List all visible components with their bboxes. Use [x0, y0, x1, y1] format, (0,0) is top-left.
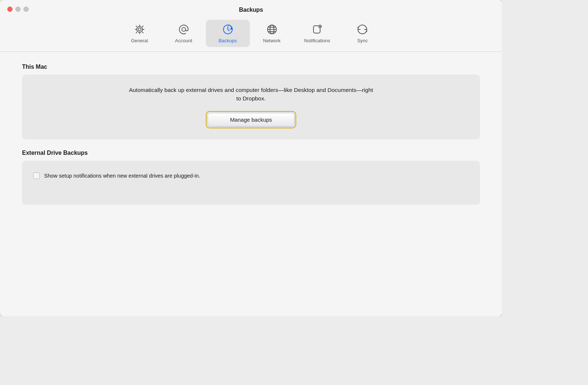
minimize-button[interactable]	[15, 7, 21, 12]
tab-network[interactable]: Network	[250, 20, 294, 47]
sync-icon	[356, 23, 369, 36]
maximize-button[interactable]	[24, 7, 29, 12]
title-bar: Backups	[0, 0, 502, 17]
app-window: Backups General Account	[0, 0, 502, 316]
this-mac-description: Automatically back up external drives an…	[126, 86, 376, 103]
toolbar: General Account Backups	[0, 17, 502, 47]
globe-icon	[265, 23, 279, 36]
tab-notifications-label: Notifications	[304, 38, 330, 43]
svg-point-10	[318, 25, 322, 28]
tab-backups[interactable]: Backups	[206, 20, 250, 47]
tab-sync[interactable]: Sync	[340, 20, 384, 47]
at-icon	[177, 23, 190, 36]
tab-account[interactable]: Account	[162, 20, 206, 47]
window-title: Backups	[239, 7, 263, 13]
tab-backups-label: Backups	[219, 38, 237, 43]
svg-point-1	[137, 26, 143, 32]
tab-sync-label: Sync	[357, 38, 368, 43]
external-drive-checkbox[interactable]	[33, 172, 40, 179]
this-mac-title: This Mac	[22, 64, 480, 70]
manage-backups-button[interactable]: Manage backups	[208, 113, 294, 126]
tab-notifications[interactable]: Notifications	[294, 20, 341, 47]
notification-icon	[311, 23, 324, 36]
svg-point-0	[138, 28, 141, 31]
close-button[interactable]	[7, 7, 12, 12]
gear-icon	[133, 23, 146, 36]
this-mac-box: Automatically back up external drives an…	[22, 75, 480, 139]
tab-general-label: General	[131, 38, 148, 43]
traffic-lights	[7, 7, 29, 12]
external-drive-box: Show setup notifications when new extern…	[22, 161, 480, 205]
external-drive-checkbox-label: Show setup notifications when new extern…	[44, 173, 200, 179]
tab-general[interactable]: General	[118, 20, 162, 47]
tab-account-label: Account	[175, 38, 192, 43]
external-drive-title: External Drive Backups	[22, 150, 480, 156]
content-area: This Mac Automatically back up external …	[0, 52, 502, 220]
backup-icon	[221, 23, 234, 36]
checkbox-row: Show setup notifications when new extern…	[33, 172, 469, 179]
tab-network-label: Network	[263, 38, 281, 43]
manage-backups-btn-wrapper: Manage backups	[206, 111, 296, 128]
svg-point-2	[182, 28, 186, 31]
